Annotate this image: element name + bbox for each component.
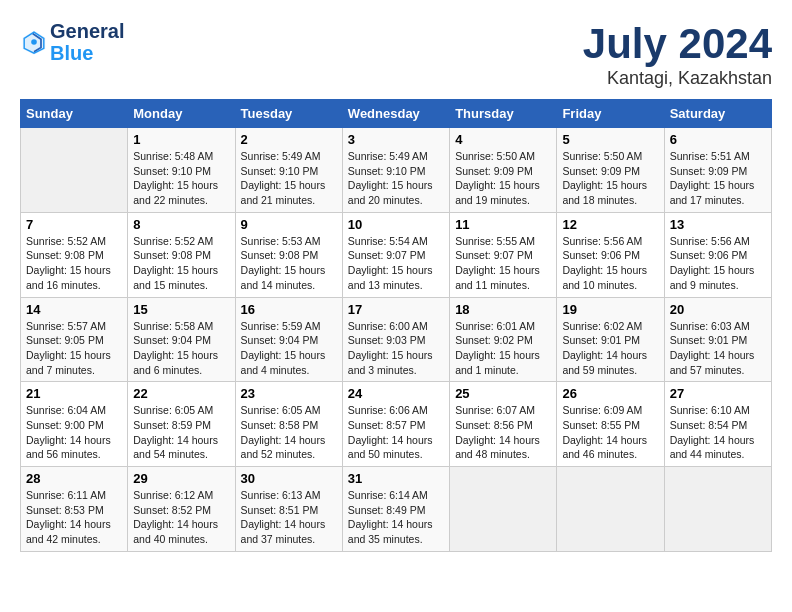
- calendar-cell: 1Sunrise: 5:48 AM Sunset: 9:10 PM Daylig…: [128, 128, 235, 213]
- calendar-cell: 27Sunrise: 6:10 AM Sunset: 8:54 PM Dayli…: [664, 382, 771, 467]
- day-number: 7: [26, 217, 122, 232]
- day-number: 3: [348, 132, 444, 147]
- calendar-cell: 14Sunrise: 5:57 AM Sunset: 9:05 PM Dayli…: [21, 297, 128, 382]
- calendar-cell: 30Sunrise: 6:13 AM Sunset: 8:51 PM Dayli…: [235, 467, 342, 552]
- calendar-cell: 28Sunrise: 6:11 AM Sunset: 8:53 PM Dayli…: [21, 467, 128, 552]
- day-number: 29: [133, 471, 229, 486]
- calendar-cell: [450, 467, 557, 552]
- calendar-cell: 2Sunrise: 5:49 AM Sunset: 9:10 PM Daylig…: [235, 128, 342, 213]
- day-number: 22: [133, 386, 229, 401]
- day-info: Sunrise: 6:06 AM Sunset: 8:57 PM Dayligh…: [348, 403, 444, 462]
- day-number: 24: [348, 386, 444, 401]
- day-number: 25: [455, 386, 551, 401]
- calendar-cell: 25Sunrise: 6:07 AM Sunset: 8:56 PM Dayli…: [450, 382, 557, 467]
- day-number: 16: [241, 302, 337, 317]
- calendar-week-row: 1Sunrise: 5:48 AM Sunset: 9:10 PM Daylig…: [21, 128, 772, 213]
- calendar-cell: 17Sunrise: 6:00 AM Sunset: 9:03 PM Dayli…: [342, 297, 449, 382]
- day-number: 31: [348, 471, 444, 486]
- day-info: Sunrise: 5:48 AM Sunset: 9:10 PM Dayligh…: [133, 149, 229, 208]
- day-number: 23: [241, 386, 337, 401]
- calendar-cell: 13Sunrise: 5:56 AM Sunset: 9:06 PM Dayli…: [664, 212, 771, 297]
- calendar-cell: 5Sunrise: 5:50 AM Sunset: 9:09 PM Daylig…: [557, 128, 664, 213]
- calendar-cell: 16Sunrise: 5:59 AM Sunset: 9:04 PM Dayli…: [235, 297, 342, 382]
- day-info: Sunrise: 5:52 AM Sunset: 9:08 PM Dayligh…: [133, 234, 229, 293]
- day-info: Sunrise: 6:09 AM Sunset: 8:55 PM Dayligh…: [562, 403, 658, 462]
- day-info: Sunrise: 5:52 AM Sunset: 9:08 PM Dayligh…: [26, 234, 122, 293]
- weekday-header-row: SundayMondayTuesdayWednesdayThursdayFrid…: [21, 100, 772, 128]
- calendar-cell: 10Sunrise: 5:54 AM Sunset: 9:07 PM Dayli…: [342, 212, 449, 297]
- weekday-header-thursday: Thursday: [450, 100, 557, 128]
- calendar-week-row: 28Sunrise: 6:11 AM Sunset: 8:53 PM Dayli…: [21, 467, 772, 552]
- day-number: 6: [670, 132, 766, 147]
- day-number: 11: [455, 217, 551, 232]
- day-info: Sunrise: 5:53 AM Sunset: 9:08 PM Dayligh…: [241, 234, 337, 293]
- svg-point-1: [31, 39, 37, 45]
- day-number: 13: [670, 217, 766, 232]
- day-number: 18: [455, 302, 551, 317]
- day-info: Sunrise: 5:51 AM Sunset: 9:09 PM Dayligh…: [670, 149, 766, 208]
- day-info: Sunrise: 5:50 AM Sunset: 9:09 PM Dayligh…: [562, 149, 658, 208]
- calendar-cell: 3Sunrise: 5:49 AM Sunset: 9:10 PM Daylig…: [342, 128, 449, 213]
- day-info: Sunrise: 6:05 AM Sunset: 8:58 PM Dayligh…: [241, 403, 337, 462]
- day-number: 17: [348, 302, 444, 317]
- day-number: 2: [241, 132, 337, 147]
- day-info: Sunrise: 6:11 AM Sunset: 8:53 PM Dayligh…: [26, 488, 122, 547]
- day-number: 12: [562, 217, 658, 232]
- day-info: Sunrise: 5:50 AM Sunset: 9:09 PM Dayligh…: [455, 149, 551, 208]
- day-info: Sunrise: 6:01 AM Sunset: 9:02 PM Dayligh…: [455, 319, 551, 378]
- weekday-header-saturday: Saturday: [664, 100, 771, 128]
- calendar-week-row: 7Sunrise: 5:52 AM Sunset: 9:08 PM Daylig…: [21, 212, 772, 297]
- calendar-cell: 31Sunrise: 6:14 AM Sunset: 8:49 PM Dayli…: [342, 467, 449, 552]
- day-info: Sunrise: 6:04 AM Sunset: 9:00 PM Dayligh…: [26, 403, 122, 462]
- calendar-cell: 18Sunrise: 6:01 AM Sunset: 9:02 PM Dayli…: [450, 297, 557, 382]
- calendar-cell: [21, 128, 128, 213]
- day-info: Sunrise: 6:00 AM Sunset: 9:03 PM Dayligh…: [348, 319, 444, 378]
- weekday-header-tuesday: Tuesday: [235, 100, 342, 128]
- calendar-week-row: 21Sunrise: 6:04 AM Sunset: 9:00 PM Dayli…: [21, 382, 772, 467]
- calendar-cell: 19Sunrise: 6:02 AM Sunset: 9:01 PM Dayli…: [557, 297, 664, 382]
- logo-icon: [20, 28, 48, 56]
- day-number: 28: [26, 471, 122, 486]
- weekday-header-sunday: Sunday: [21, 100, 128, 128]
- day-info: Sunrise: 6:13 AM Sunset: 8:51 PM Dayligh…: [241, 488, 337, 547]
- calendar-cell: 7Sunrise: 5:52 AM Sunset: 9:08 PM Daylig…: [21, 212, 128, 297]
- logo: General Blue: [20, 20, 124, 64]
- day-info: Sunrise: 5:58 AM Sunset: 9:04 PM Dayligh…: [133, 319, 229, 378]
- day-number: 20: [670, 302, 766, 317]
- day-number: 4: [455, 132, 551, 147]
- day-info: Sunrise: 5:56 AM Sunset: 9:06 PM Dayligh…: [670, 234, 766, 293]
- day-info: Sunrise: 6:05 AM Sunset: 8:59 PM Dayligh…: [133, 403, 229, 462]
- day-number: 27: [670, 386, 766, 401]
- calendar-cell: 20Sunrise: 6:03 AM Sunset: 9:01 PM Dayli…: [664, 297, 771, 382]
- weekday-header-wednesday: Wednesday: [342, 100, 449, 128]
- calendar-cell: 15Sunrise: 5:58 AM Sunset: 9:04 PM Dayli…: [128, 297, 235, 382]
- day-number: 15: [133, 302, 229, 317]
- calendar-week-row: 14Sunrise: 5:57 AM Sunset: 9:05 PM Dayli…: [21, 297, 772, 382]
- day-number: 5: [562, 132, 658, 147]
- day-number: 14: [26, 302, 122, 317]
- calendar-cell: 23Sunrise: 6:05 AM Sunset: 8:58 PM Dayli…: [235, 382, 342, 467]
- day-number: 30: [241, 471, 337, 486]
- calendar-cell: 29Sunrise: 6:12 AM Sunset: 8:52 PM Dayli…: [128, 467, 235, 552]
- day-info: Sunrise: 5:49 AM Sunset: 9:10 PM Dayligh…: [241, 149, 337, 208]
- calendar-cell: 11Sunrise: 5:55 AM Sunset: 9:07 PM Dayli…: [450, 212, 557, 297]
- day-number: 19: [562, 302, 658, 317]
- day-info: Sunrise: 5:54 AM Sunset: 9:07 PM Dayligh…: [348, 234, 444, 293]
- weekday-header-monday: Monday: [128, 100, 235, 128]
- day-info: Sunrise: 6:03 AM Sunset: 9:01 PM Dayligh…: [670, 319, 766, 378]
- calendar-cell: 8Sunrise: 5:52 AM Sunset: 9:08 PM Daylig…: [128, 212, 235, 297]
- day-number: 21: [26, 386, 122, 401]
- main-title: July 2024: [583, 20, 772, 68]
- calendar-cell: 22Sunrise: 6:05 AM Sunset: 8:59 PM Dayli…: [128, 382, 235, 467]
- title-block: July 2024 Kantagi, Kazakhstan: [583, 20, 772, 89]
- day-info: Sunrise: 6:14 AM Sunset: 8:49 PM Dayligh…: [348, 488, 444, 547]
- day-info: Sunrise: 5:49 AM Sunset: 9:10 PM Dayligh…: [348, 149, 444, 208]
- calendar-cell: 9Sunrise: 5:53 AM Sunset: 9:08 PM Daylig…: [235, 212, 342, 297]
- page-header: General Blue July 2024 Kantagi, Kazakhst…: [20, 20, 772, 89]
- calendar-cell: 6Sunrise: 5:51 AM Sunset: 9:09 PM Daylig…: [664, 128, 771, 213]
- calendar-cell: 26Sunrise: 6:09 AM Sunset: 8:55 PM Dayli…: [557, 382, 664, 467]
- calendar-cell: 21Sunrise: 6:04 AM Sunset: 9:00 PM Dayli…: [21, 382, 128, 467]
- day-number: 9: [241, 217, 337, 232]
- day-number: 26: [562, 386, 658, 401]
- day-info: Sunrise: 6:10 AM Sunset: 8:54 PM Dayligh…: [670, 403, 766, 462]
